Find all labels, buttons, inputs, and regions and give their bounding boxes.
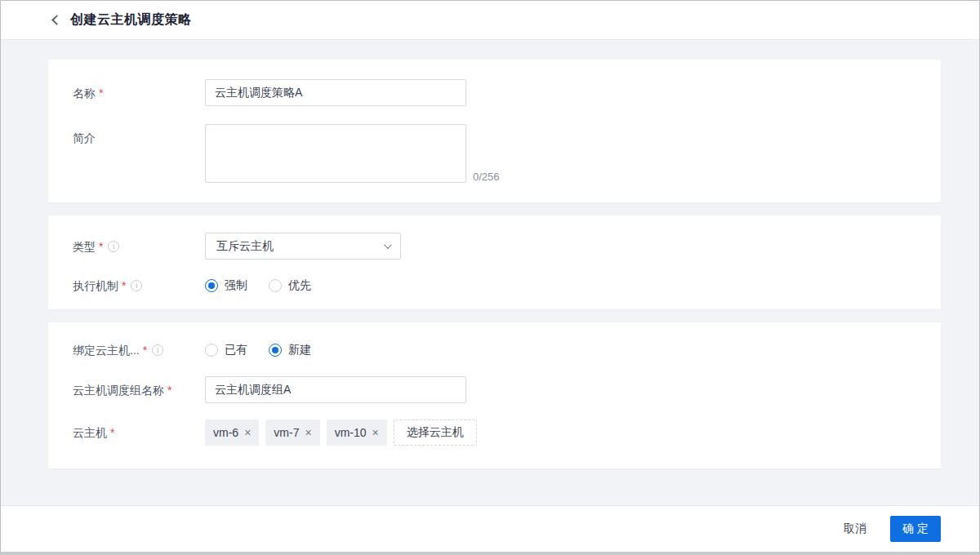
intro-row: 简介 0/256 — [73, 124, 916, 183]
type-select-value: 互斥云主机 — [216, 239, 274, 254]
group-name-label: 云主机调度组名称 * — [73, 382, 205, 398]
bind-group-radio-group: 已有 新建 — [205, 343, 311, 357]
required-asterisk: * — [110, 424, 114, 441]
name-label: 名称 * — [73, 85, 205, 101]
bind-group-label: 绑定云主机... * — [73, 342, 205, 358]
name-row: 名称 * — [73, 79, 916, 106]
mechanism-radio-group: 强制 优先 — [205, 278, 311, 293]
radio-icon — [269, 279, 282, 292]
back-button[interactable] — [49, 13, 64, 28]
required-asterisk: * — [167, 382, 172, 398]
remove-tag-icon[interactable]: × — [305, 427, 311, 438]
type-row: 类型 * 互斥云主机 — [73, 233, 916, 260]
bind-group-row: 绑定云主机... * 已有 新建 — [73, 342, 916, 358]
required-asterisk: * — [99, 238, 103, 255]
host-tag: vm-10 × — [327, 420, 387, 446]
action-footer: 取消 确 定 — [1, 505, 979, 552]
hosts-row: 云主机 * vm-6 × vm-7 × vm-10 × — [73, 420, 916, 446]
hosts-label: 云主机 * — [73, 424, 205, 441]
required-asterisk: * — [122, 278, 126, 294]
intro-label: 简介 — [73, 124, 205, 183]
radio-existing-group[interactable]: 已有 — [205, 343, 247, 357]
bind-group-card: 绑定云主机... * 已有 新建 云主机调度组名 — [48, 322, 941, 468]
confirm-button[interactable]: 确 定 — [890, 516, 941, 542]
type-card: 类型 * 互斥云主机 执行机制 * 强制 — [48, 215, 941, 309]
page-header: 创建云主机调度策略 — [1, 1, 979, 40]
name-input[interactable] — [205, 79, 466, 106]
form-content: 名称 * 简介 0/256 类型 * — [1, 40, 979, 505]
info-icon[interactable] — [108, 241, 119, 252]
radio-new-group[interactable]: 新建 — [269, 343, 311, 357]
host-tag: vm-6 × — [205, 420, 259, 446]
page-title: 创建云主机调度策略 — [70, 11, 192, 29]
create-scheduling-policy-page: 创建云主机调度策略 名称 * 简介 0/256 — [0, 0, 980, 555]
radio-mechanism-force[interactable]: 强制 — [205, 278, 247, 293]
mechanism-label: 执行机制 * — [73, 278, 205, 294]
intro-textarea[interactable] — [205, 124, 466, 183]
char-counter: 0/256 — [473, 171, 500, 183]
remove-tag-icon[interactable]: × — [244, 427, 251, 438]
group-name-input[interactable] — [205, 376, 466, 403]
radio-icon — [205, 344, 218, 357]
radio-mechanism-priority[interactable]: 优先 — [269, 278, 311, 293]
radio-icon — [269, 344, 282, 357]
chevron-down-icon — [384, 241, 392, 249]
selected-hosts: vm-6 × vm-7 × vm-10 × 选择云主机 — [205, 420, 477, 446]
required-asterisk: * — [143, 342, 147, 358]
group-name-row: 云主机调度组名称 * — [73, 376, 916, 403]
remove-tag-icon[interactable]: × — [372, 427, 379, 438]
info-icon[interactable] — [131, 280, 142, 291]
mechanism-row: 执行机制 * 强制 优先 — [73, 278, 916, 294]
radio-icon — [205, 279, 218, 292]
cancel-button[interactable]: 取消 — [840, 517, 870, 541]
basic-info-card: 名称 * 简介 0/256 — [48, 60, 941, 202]
info-icon[interactable] — [152, 344, 163, 356]
required-asterisk: * — [99, 85, 103, 101]
type-label: 类型 * — [73, 238, 205, 255]
intro-field: 0/256 — [205, 124, 500, 183]
type-select[interactable]: 互斥云主机 — [205, 233, 401, 260]
host-tag: vm-7 × — [265, 420, 319, 446]
select-hosts-button[interactable]: 选择云主机 — [394, 420, 477, 446]
chevron-left-icon — [51, 15, 62, 25]
